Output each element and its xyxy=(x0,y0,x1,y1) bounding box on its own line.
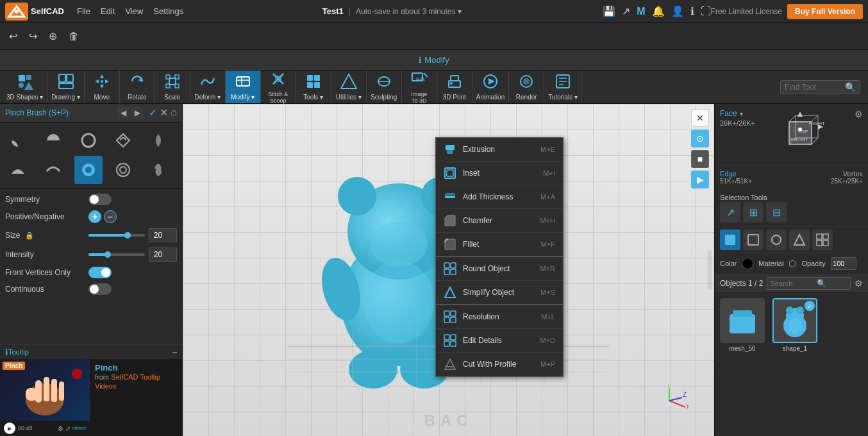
color-swatch[interactable] xyxy=(742,258,753,269)
vp-close-button[interactable]: ✕ xyxy=(691,109,709,127)
tool-drawing[interactable]: Drawing ▾ xyxy=(47,71,84,103)
intensity-input[interactable] xyxy=(149,247,177,262)
menu-simplify-object[interactable]: Simplify Object M+S xyxy=(436,281,563,305)
tool-move[interactable]: Move xyxy=(85,71,120,103)
brush-prev-button[interactable]: ◀ xyxy=(117,106,129,119)
brush-icon-4[interactable] xyxy=(144,126,172,155)
brush-icon-2[interactable] xyxy=(74,126,103,155)
brush-home-icon[interactable]: ⌂ xyxy=(171,106,177,119)
pn-minus-button[interactable]: – xyxy=(104,210,117,223)
m-icon[interactable]: M xyxy=(637,6,645,17)
symmetry-toggle[interactable] xyxy=(88,194,112,205)
menu-file[interactable]: File xyxy=(72,4,96,19)
copy-button[interactable]: ⊕ xyxy=(45,28,61,45)
brush-icon-5[interactable] xyxy=(4,156,32,184)
find-tool-input[interactable] xyxy=(785,83,842,92)
tool-rotate[interactable]: Rotate xyxy=(120,71,155,103)
notification-icon[interactable]: 🔔 xyxy=(652,5,665,17)
tool-image-to-3d[interactable]: ImageTo 3D xyxy=(402,71,437,103)
brush-check-icon[interactable]: ✓ xyxy=(149,106,157,119)
menu-edit-details[interactable]: Edit Details M+D xyxy=(436,329,563,353)
objects-search-icon[interactable]: 🔍 xyxy=(817,279,826,288)
sel-face-button[interactable] xyxy=(720,230,740,250)
menu-add-thickness[interactable]: Add Thickness M+A xyxy=(436,185,563,209)
menu-resolution[interactable]: Resolution M+L xyxy=(436,305,563,329)
brush-close-icon[interactable]: ✕ xyxy=(160,106,168,119)
fullscreen-icon[interactable]: ⛶ xyxy=(701,6,711,17)
tool-scale[interactable]: Scale xyxy=(155,71,190,103)
play-button[interactable]: ▶ xyxy=(4,423,15,434)
undo-button[interactable]: ↩ xyxy=(5,28,21,45)
face-dropdown[interactable]: Face ▾ xyxy=(720,109,755,118)
tool-stitch-scoop[interactable]: Stitch &Scoop xyxy=(261,71,296,103)
tool-tutorials[interactable]: Tutorials ▾ xyxy=(544,71,582,103)
brush-icon-0[interactable] xyxy=(4,126,32,155)
tool-sculpting[interactable]: Sculpting xyxy=(367,71,402,103)
objects-settings-icon[interactable]: ⚙ xyxy=(855,278,863,289)
tool-modify[interactable]: Modify ▾ xyxy=(226,71,261,103)
tooltip-close-icon[interactable]: – xyxy=(172,348,177,356)
find-tool-search-icon: 🔍 xyxy=(845,82,856,92)
tool-tools[interactable]: Tools ▾ xyxy=(296,71,331,103)
menu-edit[interactable]: Edit xyxy=(96,4,120,19)
sel-expand2-button[interactable]: ⊞ xyxy=(743,202,764,222)
menu-round-object[interactable]: Round Object M+R xyxy=(436,257,563,281)
tool-3d-print[interactable]: 3D Print xyxy=(437,71,472,103)
menu-cut-with-profile[interactable]: Cut With Profile M+P xyxy=(436,353,563,376)
intensity-slider[interactable] xyxy=(88,253,145,256)
sel-object-button[interactable] xyxy=(789,230,810,250)
objects-search-input[interactable] xyxy=(770,280,815,287)
sel-edge-button[interactable] xyxy=(743,230,764,250)
brush-next-button[interactable]: ▶ xyxy=(131,106,144,119)
front-vertices-toggle[interactable] xyxy=(88,267,112,278)
vp-play-button[interactable]: ▶ xyxy=(691,171,709,189)
menu-inset[interactable]: Inset M+I xyxy=(436,162,563,185)
tool-utilities[interactable]: Utilities ▾ xyxy=(331,71,367,103)
continuous-toggle[interactable] xyxy=(88,283,112,295)
user-icon[interactable]: 👤 xyxy=(671,5,684,17)
material-icon[interactable]: ⬡ xyxy=(789,258,796,269)
menu-settings[interactable]: Settings xyxy=(148,4,188,19)
video-expand-icon[interactable]: ⤢ xyxy=(65,425,71,432)
view-cube-settings-icon[interactable]: ⚙ xyxy=(855,109,863,119)
save-icon[interactable]: 💾 xyxy=(603,5,615,17)
size-slider[interactable] xyxy=(88,234,145,237)
delete-button[interactable]: 🗑 xyxy=(65,28,83,45)
tool-animation[interactable]: Animation xyxy=(472,71,509,103)
menu-chamfer[interactable]: Chamfer M+H xyxy=(436,209,563,233)
share-icon[interactable]: ↗ xyxy=(622,5,630,17)
viewport[interactable]: ✕ ⊙ ■ ▶ X Y Z BAC xyxy=(183,104,714,436)
buy-full-version-button[interactable]: Buy Full Version xyxy=(787,4,863,19)
object-item-mesh56[interactable]: mesh_56 xyxy=(720,298,765,352)
opacity-input[interactable] xyxy=(831,257,856,270)
vp-target-button[interactable]: ⊙ xyxy=(691,130,709,147)
brush-icon-3[interactable] xyxy=(109,126,137,155)
svg-rect-122 xyxy=(823,240,828,246)
cut-with-profile-label: Cut With Profile xyxy=(463,360,534,369)
tool-render[interactable]: Render xyxy=(509,71,544,103)
menu-extrusion[interactable]: Extrusion M+E xyxy=(436,138,563,162)
size-lock-icon[interactable]: 🔒 xyxy=(25,231,34,239)
redo-button[interactable]: ↪ xyxy=(25,28,41,45)
sel-mesh-button[interactable] xyxy=(812,230,833,250)
view-cube-svg[interactable]: TOP FRONT RIGHT xyxy=(780,109,831,160)
menu-view[interactable]: View xyxy=(120,4,148,19)
object-item-shape1[interactable]: ✓ shape_1 xyxy=(772,298,817,352)
brush-icon-6[interactable] xyxy=(39,156,67,184)
size-input[interactable] xyxy=(149,228,177,242)
vp-color-button[interactable]: ■ xyxy=(691,150,709,168)
sel-expand-button[interactable]: ↗ xyxy=(720,202,740,222)
menu-fillet[interactable]: Fillet M+F xyxy=(436,233,563,257)
brush-icon-1[interactable] xyxy=(39,126,67,155)
tool-deform[interactable]: Deform ▾ xyxy=(190,71,226,103)
brush-icon-8[interactable] xyxy=(109,156,137,184)
info-icon[interactable]: ℹ xyxy=(690,5,694,17)
pn-plus-button[interactable]: + xyxy=(88,210,101,223)
sel-expand3-button[interactable]: ⊟ xyxy=(766,202,787,222)
video-settings-icon[interactable]: ⚙ xyxy=(58,425,63,432)
brush-icon-7[interactable] xyxy=(74,156,103,184)
sel-vertex-button[interactable] xyxy=(766,230,787,250)
brush-icon-9[interactable] xyxy=(144,156,172,184)
tool-3d-shapes[interactable]: 3D Shapes ▾ xyxy=(3,71,47,103)
vp-scrollbar[interactable] xyxy=(708,251,712,289)
